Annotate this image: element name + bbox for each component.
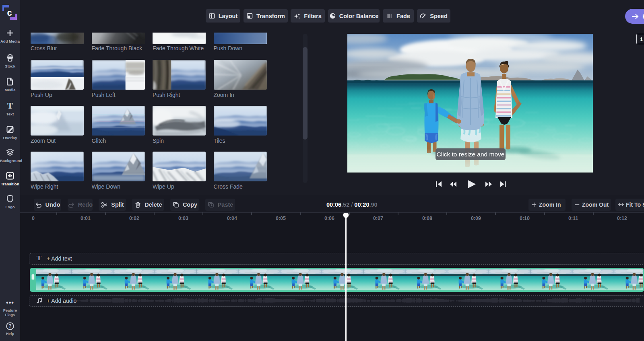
svg-text:T: T <box>7 101 13 111</box>
svg-text:?: ? <box>8 323 11 329</box>
svg-text:c: c <box>7 8 12 18</box>
